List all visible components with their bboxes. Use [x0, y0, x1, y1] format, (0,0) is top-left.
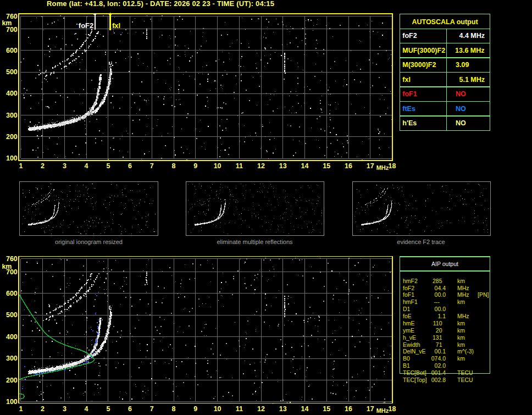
svg-text:100: 100 [6, 398, 18, 406]
svg-text:km: km [457, 334, 465, 341]
svg-text:18: 18 [389, 405, 396, 413]
svg-text:11: 11 [236, 405, 243, 413]
svg-text:D1: D1 [403, 306, 411, 312]
svg-text:hmE: hmE [403, 320, 415, 327]
svg-text:500: 500 [6, 311, 18, 319]
svg-text:5: 5 [106, 162, 110, 170]
svg-text:4.4 MHz: 4.4 MHz [459, 32, 485, 40]
svg-text:original ionogram resized: original ionogram resized [55, 239, 123, 245]
svg-text:200: 200 [6, 133, 18, 141]
svg-text:TEC[Bot]: TEC[Bot] [403, 369, 426, 376]
svg-text:17: 17 [367, 405, 374, 413]
svg-text:6: 6 [128, 162, 132, 170]
svg-text:m^(-3): m^(-3) [457, 348, 474, 355]
svg-text:foF2: foF2 [79, 21, 93, 30]
svg-text:km: km [2, 263, 12, 270]
svg-text:AIP output: AIP output [431, 261, 458, 267]
svg-text:9: 9 [193, 405, 197, 413]
svg-text:15: 15 [323, 405, 330, 413]
svg-text:foF2: foF2 [403, 285, 414, 291]
svg-text:2: 2 [41, 162, 45, 170]
svg-text:14: 14 [301, 405, 309, 413]
svg-text:002.8: 002.8 [431, 377, 446, 383]
svg-text:04.4: 04.4 [435, 285, 446, 291]
svg-text:DelN_vE: DelN_vE [403, 348, 425, 355]
svg-text:1.1: 1.1 [437, 313, 446, 319]
svg-text:MHz: MHz [457, 285, 469, 291]
svg-text:00.0: 00.0 [435, 306, 446, 312]
svg-text:600: 600 [6, 47, 18, 54]
svg-text:100: 100 [6, 154, 18, 162]
svg-text:ymE: ymE [403, 327, 414, 334]
svg-text:074.0: 074.0 [431, 355, 446, 362]
svg-text:4: 4 [85, 162, 88, 170]
svg-text:300: 300 [6, 355, 18, 362]
svg-text:16: 16 [345, 162, 352, 170]
svg-text:18: 18 [389, 162, 396, 170]
svg-text:MHz: MHz [376, 164, 389, 171]
svg-text:12: 12 [257, 405, 265, 413]
svg-text:Rome (lat: +41.8, lon: 012.5): Rome (lat: +41.8, lon: 012.5) - DATE: 20… [47, 0, 274, 8]
svg-text:5.1 MHz: 5.1 MHz [459, 76, 485, 84]
svg-text:12: 12 [257, 162, 265, 170]
svg-text:Ewidth: Ewidth [403, 341, 420, 348]
svg-text:---: --- [434, 298, 440, 305]
svg-text:14: 14 [301, 162, 309, 170]
svg-text:eliminate multiple reflections: eliminate multiple reflections [217, 239, 293, 245]
svg-text:1: 1 [19, 162, 23, 170]
svg-text:h_vE: h_vE [403, 334, 416, 341]
svg-text:15: 15 [323, 162, 330, 170]
svg-text:[PN]: [PN] [478, 291, 489, 298]
svg-text:600: 600 [6, 290, 18, 297]
svg-text:evidence F2 trace: evidence F2 trace [397, 239, 445, 245]
svg-text:km: km [457, 278, 465, 284]
svg-text:ftEs: ftEs [402, 105, 415, 113]
svg-text:foF2: foF2 [402, 32, 417, 40]
svg-text:TECU: TECU [457, 369, 473, 376]
svg-text:1: 1 [19, 405, 23, 413]
svg-text:20: 20 [436, 327, 442, 334]
svg-text:00.0: 00.0 [435, 291, 446, 298]
svg-text:hmF1: hmF1 [403, 298, 418, 305]
svg-text:8: 8 [172, 405, 176, 413]
svg-text:km: km [457, 341, 465, 348]
svg-text:MHz: MHz [457, 291, 469, 298]
svg-text:11: 11 [236, 162, 243, 170]
svg-text:km: km [457, 327, 465, 334]
svg-text:M(3000)F2: M(3000)F2 [402, 61, 436, 69]
svg-text:km: km [457, 320, 465, 327]
svg-text:fxl: fxl [112, 21, 120, 30]
svg-text:km: km [2, 19, 12, 27]
svg-text:10: 10 [214, 162, 221, 170]
svg-text:foE: foE [403, 313, 412, 319]
svg-text:hmF2: hmF2 [403, 278, 418, 284]
svg-text:km: km [457, 298, 465, 305]
svg-text:NO: NO [456, 105, 466, 113]
svg-text:760: 760 [6, 255, 18, 263]
svg-text:285: 285 [433, 278, 442, 284]
svg-text:13: 13 [279, 162, 287, 170]
svg-text:00.1: 00.1 [435, 348, 446, 355]
svg-text:fxl: fxl [402, 76, 411, 84]
svg-text:km: km [457, 355, 465, 362]
svg-text:6: 6 [128, 405, 132, 413]
svg-text:foF1: foF1 [403, 291, 414, 298]
svg-text:500: 500 [6, 68, 18, 76]
svg-text:MHz: MHz [457, 313, 469, 319]
svg-text:300: 300 [6, 112, 18, 119]
svg-text:2: 2 [41, 405, 45, 413]
svg-text:17: 17 [367, 162, 374, 170]
svg-text:7: 7 [150, 405, 154, 413]
svg-text:3: 3 [63, 405, 66, 413]
svg-text:8: 8 [172, 162, 176, 170]
svg-text:10: 10 [214, 405, 221, 413]
svg-text:foF1: foF1 [402, 90, 417, 98]
svg-text:7: 7 [150, 162, 154, 170]
svg-text:110: 110 [433, 320, 442, 327]
svg-text:02.0: 02.0 [435, 362, 446, 369]
svg-text:13: 13 [279, 405, 287, 413]
svg-text:NO: NO [456, 90, 466, 98]
svg-text:3: 3 [63, 162, 66, 170]
svg-text:AUTOSCALA output: AUTOSCALA output [412, 18, 478, 26]
svg-text:001.4: 001.4 [431, 369, 446, 376]
